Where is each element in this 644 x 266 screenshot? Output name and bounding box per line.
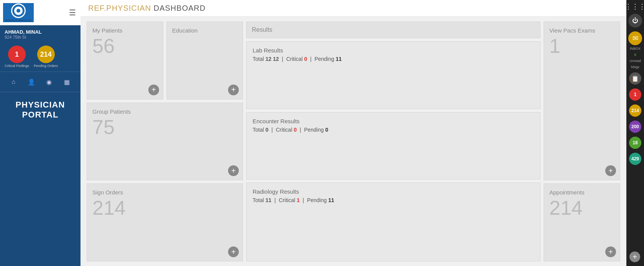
clipboard-icon[interactable]: 📋 xyxy=(629,72,641,85)
results-title: Results xyxy=(252,26,535,33)
appointments-card[interactable]: Appointments 214 + xyxy=(544,183,620,261)
results-section: Results Lab Results Total 12 12 | Critic… xyxy=(246,21,540,261)
radiology-results-card[interactable]: Radiology Results Total 11 | Critical 1 … xyxy=(246,183,540,261)
my-patients-card[interactable]: My Patients 56 + xyxy=(87,21,163,100)
badge-1[interactable]: 1 xyxy=(629,88,641,101)
lab-results-title: Lab Results xyxy=(253,47,534,54)
person-icon[interactable]: 👤 xyxy=(25,75,38,89)
education-plus[interactable]: + xyxy=(228,85,239,95)
education-card[interactable]: Education + xyxy=(166,21,243,100)
table-icon[interactable]: ▦ xyxy=(60,75,74,89)
user-name: AHMAD, MINAL xyxy=(5,29,76,35)
rad-total-val: 11 xyxy=(265,197,271,203)
pending-orders-badge[interactable]: 214 xyxy=(37,46,55,63)
badge-row: 1 Critical Findings 214 Pending Orders xyxy=(0,42,80,72)
group-patients-title: Group Patients xyxy=(92,108,237,115)
appointments-count: 214 xyxy=(549,197,614,257)
lab-total-num: 12 xyxy=(273,56,279,62)
encounter-results-card[interactable]: Encounter Results Total 0 | Critical 0 |… xyxy=(246,112,540,180)
appointments-plus[interactable]: + xyxy=(605,246,616,257)
enc-pending-val: 0 xyxy=(325,127,328,133)
lab-pending-val: 11 xyxy=(336,56,342,62)
enc-critical-val: 0 xyxy=(294,127,297,133)
sign-orders-card[interactable]: Sign Orders 214 + xyxy=(87,183,243,261)
view-pacs-count: 1 xyxy=(549,35,614,176)
my-patients-plus[interactable]: + xyxy=(148,85,159,95)
nav-icons: ⌂ 👤 ◉ ▦ xyxy=(0,72,80,92)
rad-critical-val: 1 xyxy=(297,197,300,203)
sign-orders-count: 214 xyxy=(92,197,237,257)
left-sidebar: KONICA MINOLTA ☰ AHMAD, MINAL 924 75th S… xyxy=(0,0,80,266)
rad-pending-label: Pending xyxy=(307,197,327,203)
user-address: 924 75th St xyxy=(5,35,76,39)
dashboard-grid: My Patients 56 + Education + Results Lab… xyxy=(80,17,626,266)
hamburger-icon[interactable]: ☰ xyxy=(67,7,77,19)
group-patients-card[interactable]: Group Patients 75 + xyxy=(87,103,243,181)
critical-findings-badge[interactable]: 1 xyxy=(8,46,26,63)
lab-pending-label: Pending xyxy=(314,56,334,62)
home-icon[interactable]: ⌂ xyxy=(7,75,20,89)
rad-critical-label: Critical xyxy=(279,197,295,203)
rad-pending-val: 11 xyxy=(328,197,334,203)
lab-results-row: Total 12 12 | Critical 0 | Pending 11 xyxy=(253,56,534,62)
lab-total-label: Total xyxy=(253,56,264,62)
my-patients-count: 56 xyxy=(92,35,158,95)
user-info: AHMAD, MINAL 924 75th St xyxy=(0,25,80,42)
badge-429[interactable]: 429 xyxy=(629,153,641,165)
location-icon[interactable]: ◉ xyxy=(42,75,56,89)
sidebar-header: KONICA MINOLTA ☰ xyxy=(0,0,80,25)
badge-18[interactable]: 18 xyxy=(629,137,641,149)
page-title: REF.PHYSICIAN DASHBOARD xyxy=(88,4,619,13)
view-pacs-card[interactable]: View Pacs Exams 1 + xyxy=(544,21,620,180)
encounter-results-row: Total 0 | Critical 0 | Pending 0 xyxy=(253,127,534,133)
enc-total-val: 0 xyxy=(265,127,268,133)
critical-findings-col: 1 Critical Findings xyxy=(5,46,29,68)
lab-critical-label: Critical xyxy=(286,56,303,62)
group-patients-count: 75 xyxy=(92,116,237,176)
my-patients-title: My Patients xyxy=(92,27,158,34)
logo-text: KONICA MINOLTA xyxy=(5,19,32,22)
inbox-label: INBOX xyxy=(630,47,641,51)
pending-orders-label: Pending Orders xyxy=(34,64,58,68)
lab-total-val: 12 xyxy=(265,56,271,62)
enc-total-label: Total xyxy=(253,127,264,133)
unread-label: 0 xyxy=(634,53,636,57)
sign-orders-plus[interactable]: + xyxy=(228,246,239,257)
sign-orders-title: Sign Orders xyxy=(92,189,237,196)
critical-findings-label: Critical Findings xyxy=(5,64,29,68)
badge-200[interactable]: 200 xyxy=(629,121,641,133)
grid-icon[interactable]: ⋮⋮⋮ xyxy=(625,2,644,11)
main-header: REF.PHYSICIAN DASHBOARD xyxy=(80,0,626,17)
enc-critical-label: Critical xyxy=(276,127,292,133)
lab-critical-val: 0 xyxy=(304,56,307,62)
main-content: REF.PHYSICIAN DASHBOARD My Patients 56 +… xyxy=(80,0,626,266)
lab-results-card[interactable]: Lab Results Total 12 12 | Critical 0 | P… xyxy=(246,41,540,109)
appointments-title: Appointments xyxy=(549,189,614,196)
logo: KONICA MINOLTA xyxy=(3,3,34,22)
msgs-label: Msgs xyxy=(631,65,639,69)
power-icon[interactable]: ⏻ xyxy=(628,14,642,28)
enc-pending-label: Pending xyxy=(304,127,324,133)
portal-title: PHYSICIAN PORTAL xyxy=(0,92,80,128)
education-title: Education xyxy=(172,27,237,34)
results-header: Results xyxy=(246,21,540,38)
radiology-results-row: Total 11 | Critical 1 | Pending 11 xyxy=(253,197,534,203)
right-sidebar: ⋮⋮⋮ ⏻ ✉ INBOX 0 Unread Msgs 📋 1 214 200 … xyxy=(626,0,644,266)
unread-label2: Unread xyxy=(629,59,641,63)
view-pacs-title: View Pacs Exams xyxy=(549,27,614,34)
encounter-results-title: Encounter Results xyxy=(253,118,534,124)
radiology-results-title: Radiology Results xyxy=(253,188,534,195)
badge-214[interactable]: 214 xyxy=(629,104,641,117)
inbox-icon[interactable]: ✉ xyxy=(628,31,642,45)
rad-total-label: Total xyxy=(253,197,264,203)
pending-orders-col: 214 Pending Orders xyxy=(34,46,58,68)
